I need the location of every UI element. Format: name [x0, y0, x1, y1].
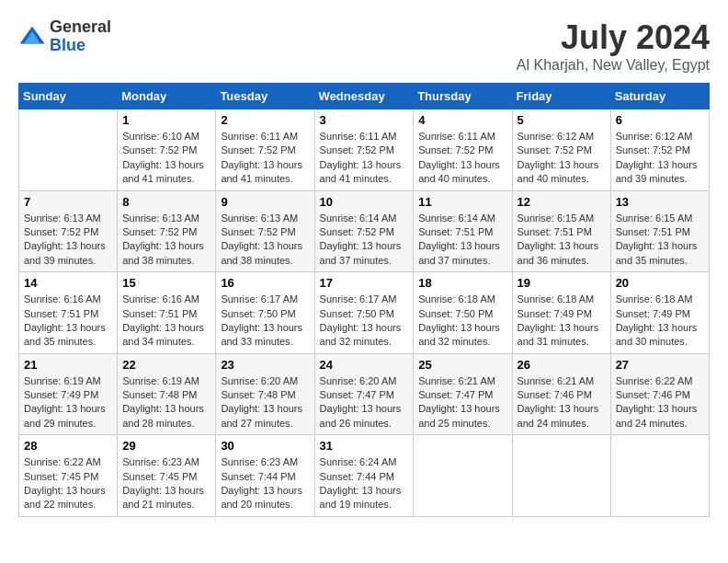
calendar-cell: 3Sunrise: 6:11 AMSunset: 7:52 PMDaylight…: [314, 109, 414, 191]
day-info: Sunrise: 6:19 AMSunset: 7:48 PMDaylight:…: [122, 374, 210, 431]
day-number: 10: [320, 195, 409, 209]
day-number: 13: [616, 195, 704, 209]
calendar-cell: 26Sunrise: 6:21 AMSunset: 7:46 PMDayligh…: [512, 353, 610, 435]
month-title: July 2024: [517, 18, 710, 57]
header-day-saturday: Saturday: [610, 84, 709, 109]
day-info: Sunrise: 6:23 AMSunset: 7:44 PMDaylight:…: [221, 455, 309, 512]
calendar-cell: 12Sunrise: 6:15 AMSunset: 7:51 PMDayligh…: [512, 190, 610, 272]
week-row-2: 7Sunrise: 6:13 AMSunset: 7:52 PMDaylight…: [19, 190, 710, 272]
day-info: Sunrise: 6:17 AMSunset: 7:50 PMDaylight:…: [221, 293, 309, 350]
calendar-cell: 8Sunrise: 6:13 AMSunset: 7:52 PMDaylight…: [118, 190, 216, 272]
day-info: Sunrise: 6:18 AMSunset: 7:50 PMDaylight:…: [418, 293, 506, 350]
day-info: Sunrise: 6:22 AMSunset: 7:46 PMDaylight:…: [616, 374, 704, 431]
day-info: Sunrise: 6:17 AMSunset: 7:50 PMDaylight:…: [320, 293, 409, 350]
header-day-sunday: Sunday: [19, 84, 118, 109]
day-number: 12: [518, 195, 606, 209]
day-info: Sunrise: 6:10 AMSunset: 7:52 PMDaylight:…: [122, 130, 210, 187]
logo-text: General Blue: [50, 18, 111, 55]
day-info: Sunrise: 6:12 AMSunset: 7:52 PMDaylight:…: [518, 130, 606, 187]
day-info: Sunrise: 6:11 AMSunset: 7:52 PMDaylight:…: [320, 130, 409, 187]
logo-icon: [18, 23, 46, 51]
day-info: Sunrise: 6:18 AMSunset: 7:49 PMDaylight:…: [616, 293, 704, 350]
location: Al Kharjah, New Valley, Egypt: [517, 57, 710, 74]
day-number: 22: [122, 358, 210, 372]
day-number: 24: [320, 358, 409, 372]
day-info: Sunrise: 6:12 AMSunset: 7:52 PMDaylight:…: [616, 130, 704, 187]
day-info: Sunrise: 6:13 AMSunset: 7:52 PMDaylight:…: [24, 212, 112, 269]
day-number: 1: [122, 113, 210, 127]
day-info: Sunrise: 6:23 AMSunset: 7:45 PMDaylight:…: [122, 455, 210, 512]
day-info: Sunrise: 6:13 AMSunset: 7:52 PMDaylight:…: [221, 212, 309, 269]
calendar-cell: 18Sunrise: 6:18 AMSunset: 7:50 PMDayligh…: [414, 272, 512, 354]
day-number: 30: [221, 439, 309, 453]
calendar-cell: 31Sunrise: 6:24 AMSunset: 7:44 PMDayligh…: [314, 435, 414, 517]
calendar-cell: 10Sunrise: 6:14 AMSunset: 7:52 PMDayligh…: [314, 190, 414, 272]
calendar-cell: 30Sunrise: 6:23 AMSunset: 7:44 PMDayligh…: [216, 435, 314, 517]
day-info: Sunrise: 6:16 AMSunset: 7:51 PMDaylight:…: [24, 293, 112, 350]
calendar-cell: 23Sunrise: 6:20 AMSunset: 7:48 PMDayligh…: [216, 353, 314, 435]
calendar-cell: 29Sunrise: 6:23 AMSunset: 7:45 PMDayligh…: [118, 435, 216, 517]
day-number: 16: [221, 276, 309, 290]
calendar-cell: [512, 435, 610, 517]
day-number: 7: [24, 195, 112, 209]
week-row-1: 1Sunrise: 6:10 AMSunset: 7:52 PMDaylight…: [19, 109, 710, 191]
calendar-cell: 16Sunrise: 6:17 AMSunset: 7:50 PMDayligh…: [216, 272, 314, 354]
day-number: 25: [418, 358, 506, 372]
header-day-monday: Monday: [118, 84, 216, 109]
header-day-wednesday: Wednesday: [314, 84, 414, 109]
calendar-cell: [610, 435, 709, 517]
day-info: Sunrise: 6:15 AMSunset: 7:51 PMDaylight:…: [518, 212, 606, 269]
day-info: Sunrise: 6:11 AMSunset: 7:52 PMDaylight:…: [418, 130, 506, 187]
day-number: 28: [24, 439, 112, 453]
day-info: Sunrise: 6:21 AMSunset: 7:46 PMDaylight:…: [518, 374, 606, 431]
day-number: 21: [24, 358, 112, 372]
day-info: Sunrise: 6:14 AMSunset: 7:52 PMDaylight:…: [320, 212, 409, 269]
day-number: 15: [122, 276, 210, 290]
logo-blue: Blue: [50, 37, 111, 55]
day-info: Sunrise: 6:21 AMSunset: 7:47 PMDaylight:…: [418, 374, 506, 431]
day-number: 4: [418, 113, 506, 127]
week-row-5: 28Sunrise: 6:22 AMSunset: 7:45 PMDayligh…: [19, 435, 710, 517]
day-info: Sunrise: 6:20 AMSunset: 7:48 PMDaylight:…: [221, 374, 309, 431]
day-info: Sunrise: 6:18 AMSunset: 7:49 PMDaylight:…: [518, 293, 606, 350]
calendar-cell: 2Sunrise: 6:11 AMSunset: 7:52 PMDaylight…: [216, 109, 314, 191]
calendar-cell: 20Sunrise: 6:18 AMSunset: 7:49 PMDayligh…: [610, 272, 709, 354]
day-info: Sunrise: 6:20 AMSunset: 7:47 PMDaylight:…: [320, 374, 409, 431]
day-number: 8: [122, 195, 210, 209]
day-number: 3: [320, 113, 409, 127]
calendar-cell: 11Sunrise: 6:14 AMSunset: 7:51 PMDayligh…: [414, 190, 512, 272]
calendar-cell: 22Sunrise: 6:19 AMSunset: 7:48 PMDayligh…: [118, 353, 216, 435]
calendar-cell: 24Sunrise: 6:20 AMSunset: 7:47 PMDayligh…: [314, 353, 414, 435]
calendar-cell: 27Sunrise: 6:22 AMSunset: 7:46 PMDayligh…: [610, 353, 709, 435]
day-info: Sunrise: 6:14 AMSunset: 7:51 PMDaylight:…: [418, 212, 506, 269]
day-number: 19: [518, 276, 606, 290]
header-day-tuesday: Tuesday: [216, 84, 314, 109]
day-number: 11: [418, 195, 506, 209]
day-number: 5: [518, 113, 606, 127]
calendar-cell: 13Sunrise: 6:15 AMSunset: 7:51 PMDayligh…: [610, 190, 709, 272]
calendar-cell: 17Sunrise: 6:17 AMSunset: 7:50 PMDayligh…: [314, 272, 414, 354]
calendar-cell: 19Sunrise: 6:18 AMSunset: 7:49 PMDayligh…: [512, 272, 610, 354]
calendar-cell: 4Sunrise: 6:11 AMSunset: 7:52 PMDaylight…: [414, 109, 512, 191]
calendar-cell: 9Sunrise: 6:13 AMSunset: 7:52 PMDaylight…: [216, 190, 314, 272]
header: General Blue July 2024 Al Kharjah, New V…: [18, 18, 710, 74]
calendar-cell: 28Sunrise: 6:22 AMSunset: 7:45 PMDayligh…: [19, 435, 118, 517]
calendar-cell: 6Sunrise: 6:12 AMSunset: 7:52 PMDaylight…: [610, 109, 709, 191]
day-info: Sunrise: 6:16 AMSunset: 7:51 PMDaylight:…: [122, 293, 210, 350]
day-info: Sunrise: 6:22 AMSunset: 7:45 PMDaylight:…: [24, 455, 112, 512]
day-number: 31: [320, 439, 409, 453]
day-number: 27: [616, 358, 704, 372]
header-row: SundayMondayTuesdayWednesdayThursdayFrid…: [19, 84, 710, 109]
logo: General Blue: [18, 18, 111, 55]
calendar-cell: 21Sunrise: 6:19 AMSunset: 7:49 PMDayligh…: [19, 353, 118, 435]
calendar-cell: 15Sunrise: 6:16 AMSunset: 7:51 PMDayligh…: [118, 272, 216, 354]
day-number: 23: [221, 358, 309, 372]
calendar-cell: 1Sunrise: 6:10 AMSunset: 7:52 PMDaylight…: [118, 109, 216, 191]
logo-general: General: [50, 18, 111, 37]
calendar-cell: [19, 109, 118, 191]
day-number: 29: [122, 439, 210, 453]
calendar-cell: 25Sunrise: 6:21 AMSunset: 7:47 PMDayligh…: [414, 353, 512, 435]
day-number: 9: [221, 195, 309, 209]
week-row-4: 21Sunrise: 6:19 AMSunset: 7:49 PMDayligh…: [19, 353, 710, 435]
day-number: 14: [24, 276, 112, 290]
